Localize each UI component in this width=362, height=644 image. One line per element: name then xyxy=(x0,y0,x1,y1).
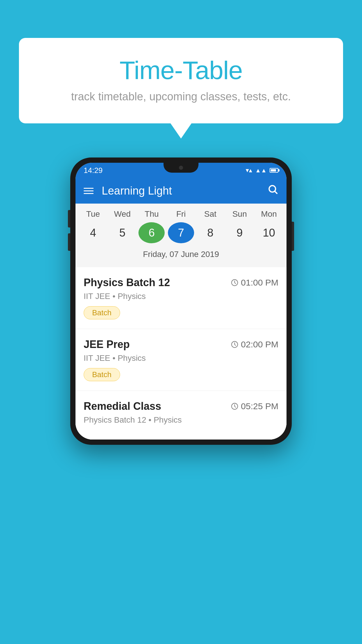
svg-line-1 xyxy=(275,191,277,193)
batch-badge-2: Batch xyxy=(84,368,120,381)
speech-bubble-container: Time-Table track timetable, upcoming cla… xyxy=(19,38,343,123)
class-time-2: 02:00 PM xyxy=(231,340,278,349)
speech-bubble: Time-Table track timetable, upcoming cla… xyxy=(19,38,343,123)
class-time-1: 01:00 PM xyxy=(231,278,278,288)
class-item-1-header: Physics Batch 12 01:00 PM xyxy=(84,276,278,289)
app-title: Learning Light xyxy=(102,185,267,197)
phone-screen: 14:29 ▾▴ ▲▲ Learning Light xyxy=(75,163,287,440)
search-button[interactable] xyxy=(267,184,278,198)
class-item-jee-prep[interactable]: JEE Prep 02:00 PM IIT JEE • Physics Batc… xyxy=(75,329,287,391)
day-header-mon: Mon xyxy=(256,209,282,219)
wifi-icon: ▾▴ xyxy=(246,167,252,174)
menu-button[interactable] xyxy=(84,188,94,194)
day-10[interactable]: 10 xyxy=(256,222,282,243)
day-numbers: 4 5 6 7 8 9 10 xyxy=(75,222,287,243)
batch-badge-1: Batch xyxy=(84,306,120,319)
volume-button-2 xyxy=(68,233,70,251)
battery-icon xyxy=(270,168,278,173)
front-camera xyxy=(179,166,183,170)
status-icons: ▾▴ ▲▲ xyxy=(246,167,278,174)
time-text-3: 05:25 PM xyxy=(241,401,278,411)
class-list: Physics Batch 12 01:00 PM IIT JEE • Phys… xyxy=(75,267,287,440)
battery-fill xyxy=(271,169,276,172)
notch xyxy=(164,163,198,173)
class-name-2: JEE Prep xyxy=(84,338,130,351)
status-bar: 14:29 ▾▴ ▲▲ xyxy=(75,163,287,178)
day-4[interactable]: 4 xyxy=(80,222,106,243)
clock-icon-2 xyxy=(231,340,239,349)
time-text-2: 02:00 PM xyxy=(241,340,278,349)
phone-mockup: 14:29 ▾▴ ▲▲ Learning Light xyxy=(70,158,292,445)
class-item-2-header: JEE Prep 02:00 PM xyxy=(84,338,278,351)
day-header-sun: Sun xyxy=(226,209,253,219)
day-7-selected[interactable]: 7 xyxy=(168,222,194,243)
day-headers: Tue Wed Thu Fri Sat Sun Mon xyxy=(75,209,287,219)
class-item-remedial[interactable]: Remedial Class 05:25 PM Physics Batch 12… xyxy=(75,391,287,440)
day-header-fri: Fri xyxy=(168,209,194,219)
time-text-1: 01:00 PM xyxy=(241,278,278,288)
class-item-3-header: Remedial Class 05:25 PM xyxy=(84,400,278,412)
class-meta-2: IIT JEE • Physics xyxy=(84,354,278,363)
volume-button-1 xyxy=(68,210,70,228)
clock-icon-1 xyxy=(231,279,239,287)
day-6-today[interactable]: 6 xyxy=(138,222,165,243)
day-9[interactable]: 9 xyxy=(226,222,253,243)
class-meta-1: IIT JEE • Physics xyxy=(84,292,278,301)
class-meta-3: Physics Batch 12 • Physics xyxy=(84,415,278,425)
selected-date-label: Friday, 07 June 2019 xyxy=(75,247,287,264)
menu-line xyxy=(84,190,94,191)
app-bar: Learning Light xyxy=(75,178,287,204)
calendar-strip: Tue Wed Thu Fri Sat Sun Mon 4 5 6 7 8 9 … xyxy=(75,204,287,267)
bubble-title: Time-Table xyxy=(42,55,320,85)
bubble-subtitle: track timetable, upcoming classes, tests… xyxy=(42,90,320,103)
day-5[interactable]: 5 xyxy=(109,222,136,243)
class-time-3: 05:25 PM xyxy=(231,401,278,411)
day-header-thu: Thu xyxy=(138,209,165,219)
menu-line xyxy=(84,188,94,189)
power-button xyxy=(292,222,294,251)
day-8[interactable]: 8 xyxy=(197,222,224,243)
day-header-sat: Sat xyxy=(197,209,224,219)
menu-line xyxy=(84,193,94,194)
day-header-tue: Tue xyxy=(80,209,106,219)
signal-icon: ▲▲ xyxy=(255,167,267,174)
clock-icon-3 xyxy=(231,402,239,410)
class-name-1: Physics Batch 12 xyxy=(84,276,170,289)
class-name-3: Remedial Class xyxy=(84,400,161,412)
class-item-physics-batch-12[interactable]: Physics Batch 12 01:00 PM IIT JEE • Phys… xyxy=(75,267,287,329)
status-time: 14:29 xyxy=(84,166,103,175)
day-header-wed: Wed xyxy=(109,209,136,219)
